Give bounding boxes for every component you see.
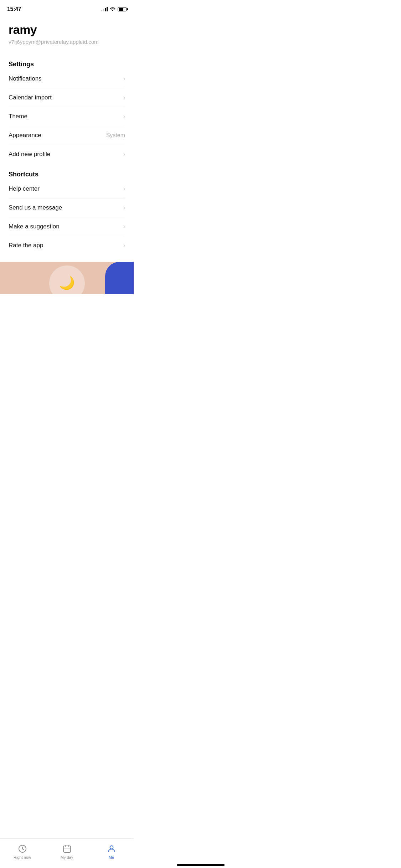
shortcuts-help-center-item[interactable]: Help center › — [9, 180, 125, 198]
settings-calendar-import-item[interactable]: Calendar import › — [9, 88, 125, 107]
main-content: ramy v7fj6yppym@privaterelay.appleid.com… — [0, 16, 134, 330]
shortcuts-send-message-label: Send us a message — [9, 204, 62, 211]
shortcuts-help-center-label: Help center — [9, 185, 40, 192]
shortcuts-rate-app-item[interactable]: Rate the app › — [9, 236, 125, 255]
chevron-icon: › — [123, 94, 125, 101]
shortcuts-suggestion-label: Make a suggestion — [9, 223, 60, 230]
profile-name: ramy — [9, 23, 125, 37]
settings-theme-label: Theme — [9, 113, 27, 120]
settings-theme-right: › — [123, 113, 125, 120]
chevron-icon: › — [123, 76, 125, 82]
profile-section: ramy v7fj6yppym@privaterelay.appleid.com — [0, 16, 134, 53]
shortcuts-help-center-right: › — [123, 186, 125, 192]
settings-notifications-label: Notifications — [9, 75, 42, 82]
settings-add-profile-label: Add new profile — [9, 151, 50, 158]
chevron-icon: › — [123, 113, 125, 120]
settings-theme-item[interactable]: Theme › — [9, 107, 125, 126]
settings-section: Settings Notifications › Calendar import… — [0, 61, 134, 164]
shortcuts-send-message-right: › — [123, 205, 125, 211]
chevron-icon: › — [123, 205, 125, 211]
status-icons — [101, 7, 127, 12]
chevron-icon: › — [123, 186, 125, 192]
settings-title: Settings — [9, 61, 125, 68]
settings-appearance-value: System — [106, 132, 125, 139]
bottom-banner: 🌙 — [0, 262, 134, 294]
moon-icon: 🌙 — [59, 275, 75, 290]
settings-calendar-import-right: › — [123, 94, 125, 101]
shortcuts-title: Shortcuts — [9, 171, 125, 178]
chevron-icon: › — [123, 151, 125, 157]
settings-notifications-right: › — [123, 76, 125, 82]
wifi-icon — [110, 7, 115, 12]
chevron-icon: › — [123, 242, 125, 249]
settings-appearance-label: Appearance — [9, 132, 41, 139]
battery-icon — [118, 7, 127, 11]
settings-appearance-right: System — [106, 132, 125, 139]
shortcuts-suggestion-item[interactable]: Make a suggestion › — [9, 217, 125, 236]
shortcuts-rate-app-label: Rate the app — [9, 242, 43, 249]
profile-email: v7fj6yppym@privaterelay.appleid.com — [9, 39, 125, 45]
settings-add-profile-right: › — [123, 151, 125, 157]
shortcuts-section: Shortcuts Help center › Send us a messag… — [0, 171, 134, 255]
settings-appearance-item[interactable]: Appearance System — [9, 126, 125, 145]
status-bar: 15:47 — [0, 0, 134, 16]
signal-icon — [101, 7, 108, 11]
settings-add-profile-item[interactable]: Add new profile › — [9, 145, 125, 164]
shortcuts-suggestion-right: › — [123, 223, 125, 230]
status-time: 15:47 — [7, 6, 21, 12]
shortcuts-rate-app-right: › — [123, 242, 125, 249]
shortcuts-send-message-item[interactable]: Send us a message › — [9, 198, 125, 217]
chevron-icon: › — [123, 223, 125, 230]
settings-notifications-item[interactable]: Notifications › — [9, 69, 125, 88]
banner-blue-section — [105, 262, 134, 294]
settings-calendar-import-label: Calendar import — [9, 94, 52, 101]
